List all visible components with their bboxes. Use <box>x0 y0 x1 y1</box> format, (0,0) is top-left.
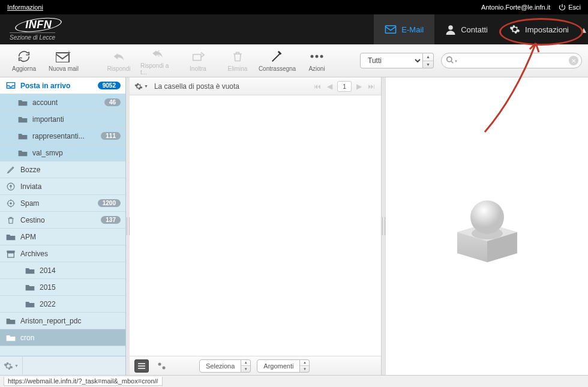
status-bar: https://webmail.le.infn.it/?_task=mail&_… <box>0 375 588 387</box>
refresh-button[interactable]: Aggiorna <box>6 46 42 76</box>
select-menu[interactable]: Seleziona ▲▼ <box>199 359 251 373</box>
logout-button[interactable]: Esci <box>559 4 581 11</box>
replyall-button: Rispondi a t... <box>140 46 176 76</box>
sent-icon <box>6 182 16 191</box>
person-icon <box>445 24 456 35</box>
nav-tab-email[interactable]: E-Mail <box>374 14 434 44</box>
empty-preview-icon <box>445 184 529 268</box>
search-input[interactable] <box>441 53 582 68</box>
gear-icon <box>134 82 143 91</box>
trash-icon <box>6 216 16 224</box>
search-box[interactable]: ▼ ✕ <box>441 53 582 68</box>
nav-tab-contacts[interactable]: Contatti <box>434 14 499 44</box>
folder-account[interactable]: account 46 <box>0 94 125 111</box>
pager-next: ▶ <box>355 82 363 91</box>
preview-pane <box>385 77 588 375</box>
message-list-empty <box>130 95 381 356</box>
folder-icon <box>25 300 35 308</box>
folder-inbox[interactable]: Posta in arrivo 9052 <box>0 77 125 94</box>
svg-rect-0 <box>386 26 396 33</box>
thread-icon <box>158 362 166 370</box>
power-icon <box>559 4 566 11</box>
status-url: https://webmail.le.infn.it/?_task=mail&_… <box>4 377 163 386</box>
folder-sidebar: Posta in arrivo 9052 account 46 importan… <box>0 77 126 375</box>
mail-toolbar: Aggiorna + Nuova mail Rispondi Rispondi … <box>0 44 588 77</box>
gear-icon <box>509 24 520 35</box>
newmail-icon: + <box>56 50 71 62</box>
actions-button[interactable]: Azioni <box>299 46 335 76</box>
nav-tab-settings[interactable]: Impostazioni <box>499 24 580 35</box>
search-icon <box>446 56 454 64</box>
settings-dropdown-toggle[interactable]: ▴ <box>580 24 588 35</box>
folder-icon <box>18 115 28 124</box>
folder-sent[interactable]: Inviata <box>0 178 125 195</box>
svg-point-5 <box>311 55 314 58</box>
folder-rappresentanti[interactable]: rappresentanti... 111 <box>0 128 125 145</box>
info-link[interactable]: Informazioni <box>7 4 43 11</box>
filter-select[interactable]: Tutti ▲▼ <box>360 53 434 68</box>
folder-icon <box>25 266 35 275</box>
svg-text:+: + <box>67 50 71 56</box>
layout-thread-button[interactable] <box>155 359 169 373</box>
flag-button[interactable]: Contrassegna <box>259 46 295 76</box>
count-badge: 46 <box>104 98 121 106</box>
folder-icon <box>6 233 16 241</box>
pager-prev: ◀ <box>326 82 334 91</box>
newmail-button[interactable]: + Nuova mail <box>46 46 82 76</box>
folder-icon <box>6 317 16 325</box>
svg-point-14 <box>158 362 161 365</box>
folder-icon <box>18 98 28 107</box>
list-icon <box>138 363 145 369</box>
svg-point-8 <box>447 57 452 62</box>
folder-ariston[interactable]: Ariston_report_pdc <box>0 313 125 329</box>
pencil-icon <box>6 166 16 174</box>
empty-message: La casella di posta è vuota <box>154 82 239 91</box>
svg-point-7 <box>320 55 323 58</box>
svg-point-15 <box>163 366 166 369</box>
folder-trash[interactable]: Cestino 137 <box>0 212 125 229</box>
reply-button: Rispondi <box>101 46 137 76</box>
count-badge: 111 <box>101 132 121 140</box>
inbox-icon <box>6 82 16 90</box>
folder-drafts[interactable]: Bozze <box>0 161 125 178</box>
threads-menu[interactable]: Argomenti ▲▼ <box>257 359 310 373</box>
svg-point-6 <box>316 55 319 58</box>
gear-icon <box>4 361 13 371</box>
search-dropdown-icon[interactable]: ▼ <box>454 59 458 63</box>
pager-last: ⏭ <box>367 82 376 91</box>
folder-spam[interactable]: Spam 1200 <box>0 195 125 212</box>
replyall-icon <box>150 47 167 59</box>
filter-stepper[interactable]: ▲▼ <box>423 53 434 68</box>
list-options-button[interactable]: ▼ <box>134 82 148 91</box>
folder-val-smvp[interactable]: val_smvp <box>0 145 125 161</box>
folder-apm[interactable]: APM <box>0 229 125 245</box>
count-badge: 137 <box>101 216 121 224</box>
forward-button: Inoltra <box>180 46 216 76</box>
svg-point-20 <box>470 200 504 234</box>
folder-cron[interactable]: cron <box>0 329 125 346</box>
svg-point-1 <box>448 25 453 30</box>
message-list-pane: ▼ La casella di posta è vuota ⏮ ◀ 1 ▶ ⏭ <box>130 77 382 375</box>
brand-logo: INFN Sezione di Lecce <box>0 19 55 41</box>
count-badge: 1200 <box>98 199 121 207</box>
folder-importanti[interactable]: importanti <box>0 111 125 128</box>
envelope-icon <box>385 25 397 34</box>
user-email: Antonio.Forte@le.infn.it <box>481 4 550 11</box>
folder-settings-button[interactable]: ▼ <box>0 356 23 375</box>
folder-archive-2015[interactable]: 2015 <box>0 279 125 296</box>
refresh-icon <box>17 50 31 62</box>
layout-list-button[interactable] <box>134 359 149 373</box>
dots-icon <box>310 53 324 59</box>
archive-icon <box>6 250 16 258</box>
folder-archive-2014[interactable]: 2014 <box>0 262 125 279</box>
filter-select-input[interactable]: Tutti <box>360 53 423 68</box>
svg-point-11 <box>10 202 12 205</box>
folder-archives[interactable]: Archives <box>0 245 125 262</box>
delete-button: Elimina <box>220 46 256 76</box>
folder-icon <box>25 283 35 292</box>
pager-page-input[interactable]: 1 <box>337 81 352 92</box>
search-clear-button[interactable]: ✕ <box>569 56 578 65</box>
pager: ⏮ ◀ 1 ▶ ⏭ <box>313 81 376 92</box>
folder-archive-2022[interactable]: 2022 <box>0 296 125 313</box>
spam-icon <box>6 199 16 208</box>
